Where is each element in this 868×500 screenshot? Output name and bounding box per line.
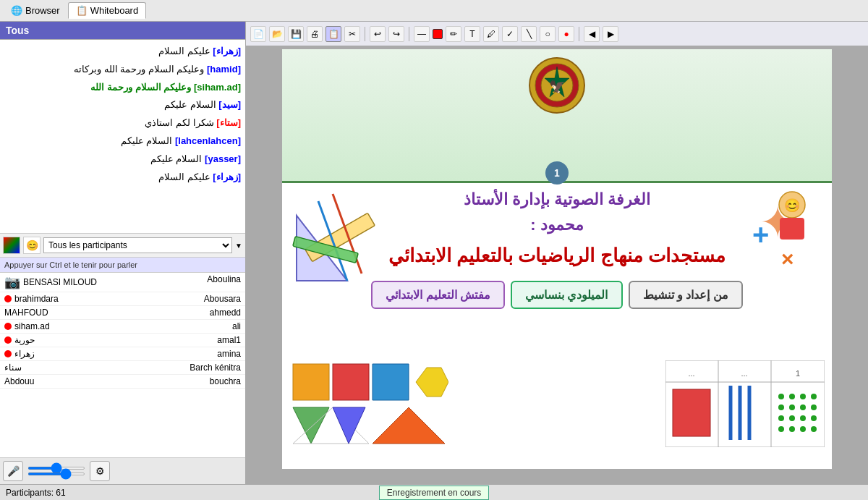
svg-point-32: [778, 394, 784, 399]
geometric-shapes-right: ... ... 1: [665, 360, 825, 447]
separator-2: [409, 27, 409, 41]
role-indicator: [4, 350, 12, 357]
text-button[interactable]: T: [464, 26, 480, 42]
chat-message-4: [سيد] السلام عليكم: [4, 98, 241, 113]
sender-1: [زهراء]: [213, 46, 241, 56]
text-2: وعليكم السلام ورحمة الله وبركاته: [74, 64, 204, 75]
print-button[interactable]: 🖨: [307, 26, 323, 42]
open-file-button[interactable]: 📂: [269, 26, 285, 42]
checkmark-button[interactable]: ✓: [502, 26, 518, 42]
presenter-button[interactable]: الميلودي بنساسي: [511, 281, 622, 309]
svg-rect-17: [333, 364, 369, 400]
next-page-button[interactable]: ▶: [603, 26, 618, 42]
participant-left-name: siham.ad: [14, 321, 50, 331]
mascot-figure: ✦ 😊 + ×: [738, 187, 817, 281]
participant-right-name: Barch kénitra: [190, 363, 241, 373]
main-layout: Tous [زهراء] عليكم السلام [hamid] وعليكم…: [0, 22, 868, 484]
svg-marker-18: [373, 364, 409, 400]
list-item: حورية amal1: [0, 334, 245, 347]
participant-right-name: bouchra: [210, 376, 241, 386]
sender-8: [زهراء]: [213, 171, 241, 182]
list-item: زهراء amina: [0, 347, 245, 361]
svg-point-41: [789, 415, 795, 421]
chat-message-6: [lahcenlahcen] السلام عليكم: [4, 134, 241, 149]
svg-point-37: [789, 404, 795, 410]
role-indicator: [4, 336, 12, 344]
participant-name-left: 📷 BENSASI MILOUD: [4, 274, 97, 290]
svg-marker-19: [416, 368, 448, 397]
list-item: 📷 BENSASI MILOUD Aboulina: [0, 273, 245, 292]
emoji-button[interactable]: 😊: [23, 237, 41, 254]
tab-whiteboard-label: Whiteboard: [90, 5, 138, 16]
clipboard-button[interactable]: 📋: [326, 26, 341, 42]
tab-whiteboard[interactable]: 📋 Whiteboard: [68, 2, 146, 19]
participant-left-name: MAHFOUD: [4, 308, 48, 318]
participant-name-left: siham.ad: [4, 321, 50, 331]
participants-count: Participants: 61: [6, 488, 379, 498]
sender-2: [hamid]: [207, 64, 241, 75]
sender-7: [yasser]: [205, 153, 241, 164]
svg-text:+: +: [752, 219, 769, 250]
cut-button[interactable]: ✂: [344, 26, 360, 42]
tab-browser[interactable]: 🌐 Browser: [3, 2, 68, 19]
list-item: MAHFOUD ahmedd: [0, 306, 245, 320]
svg-point-45: [789, 426, 795, 432]
undo-button[interactable]: ↩: [370, 26, 386, 42]
participant-name-left: سناء: [4, 363, 22, 373]
settings-button[interactable]: ⚙: [90, 461, 110, 481]
rulers-figure: [289, 187, 383, 288]
inspector-button[interactable]: مفتش التعليم الابتدائي: [371, 281, 505, 309]
diagonal-line-button[interactable]: ╲: [521, 26, 537, 42]
prev-page-button[interactable]: ◀: [584, 26, 600, 42]
svg-marker-22: [373, 407, 445, 444]
microphone-button[interactable]: 🎤: [3, 461, 23, 481]
svg-point-42: [800, 415, 806, 421]
chat-message-1: [زهراء] عليكم السلام: [4, 44, 241, 59]
chat-input-row: 😊 Tous les participants ▼: [0, 234, 245, 258]
canvas-wrapper[interactable]: 🦅 1 الغرفة الصوتية بإدارة الأستاذ محمود …: [246, 46, 868, 484]
chat-header: Tous: [0, 22, 245, 40]
role-indicator: [4, 295, 12, 302]
new-file-button[interactable]: 📄: [250, 26, 266, 42]
text-4: السلام عليكم: [164, 99, 216, 110]
svg-text:×: ×: [781, 247, 794, 271]
text-1: عليكم السلام: [158, 46, 210, 56]
separator-3: [579, 27, 579, 41]
svg-point-36: [778, 404, 784, 410]
svg-point-44: [778, 426, 784, 432]
separator-1: [365, 27, 365, 41]
svg-marker-20: [293, 407, 329, 444]
pencil-button[interactable]: ✏: [446, 26, 461, 42]
filled-circle-button[interactable]: ●: [558, 26, 574, 42]
save-button[interactable]: 💾: [288, 26, 304, 42]
chat-message-8: [زهراء] عليكم السلام: [4, 170, 241, 185]
color-red-button[interactable]: [433, 29, 443, 39]
circle-button[interactable]: ○: [540, 26, 556, 42]
line-tool-button[interactable]: —: [414, 26, 430, 42]
text-6: السلام عليكم: [121, 135, 173, 146]
left-panel: Tous [زهراء] عليكم السلام [hamid] وعليكم…: [0, 22, 246, 484]
participants-list: 📷 BENSASI MILOUD Aboulina brahimdara Abo…: [0, 273, 245, 457]
participant-name-left: MAHFOUD: [4, 308, 48, 318]
audio-controls: 🎤 ⚙: [0, 457, 245, 484]
chat-message-3: [siham.ad] وعليكم السلام ورحمة الله: [4, 80, 241, 96]
participant-left-name: BENSASI MILOUD: [23, 277, 97, 287]
preparation-button[interactable]: من إعداد و تنشيط: [629, 281, 743, 309]
svg-text:🦅: 🦅: [549, 79, 566, 95]
recipient-select[interactable]: Tous les participants: [43, 237, 232, 253]
chat-message-5: [ستاء] شكرا لكم استاذي: [4, 116, 241, 131]
chat-area[interactable]: [زهراء] عليكم السلام [hamid] وعليكم السل…: [0, 40, 245, 234]
svg-point-33: [789, 394, 795, 399]
sender-6: [lahcenlahcen]: [175, 135, 241, 146]
color-picker-button[interactable]: [3, 237, 20, 254]
svg-point-46: [800, 426, 806, 432]
sender-3: [siham.ad]: [194, 82, 241, 93]
crest-emblem: 🦅: [528, 56, 586, 114]
participant-name-left: زهراء: [4, 349, 35, 359]
redo-button[interactable]: ↪: [388, 26, 404, 42]
svg-rect-16: [293, 364, 329, 400]
sender-5: [ستاء]: [216, 117, 241, 128]
volume-slider-2[interactable]: [27, 473, 85, 475]
svg-point-39: [811, 404, 817, 410]
highlighter-button[interactable]: 🖊: [483, 26, 499, 42]
